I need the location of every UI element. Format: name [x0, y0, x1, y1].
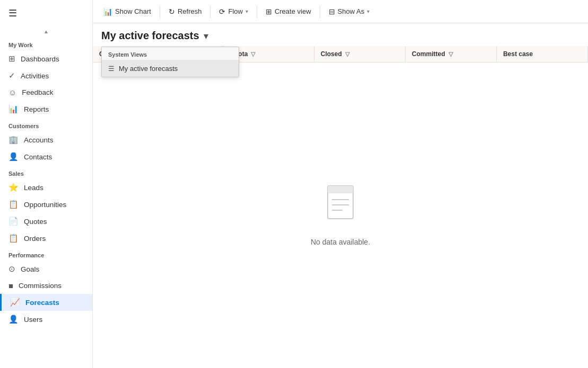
sidebar-label-users: Users [24, 316, 42, 324]
create-view-label: Create view [275, 7, 311, 15]
table-area: Owner ▽ Quota ▽ Closed ▽ Committed ▽ Bes… [93, 42, 588, 368]
show-as-icon: ⊟ [329, 7, 335, 16]
section-label-my-work: My Work [0, 37, 92, 50]
sidebar-item-feedback[interactable]: ☺ Feedback [0, 84, 92, 101]
empty-state-icon [323, 185, 357, 229]
sidebar-label-forecasts: Forecasts [25, 299, 59, 307]
show-as-label: Show As [338, 7, 365, 15]
accounts-icon: 🏢 [8, 135, 19, 145]
sidebar-item-goals[interactable]: ⊙ Goals [0, 261, 92, 277]
empty-state-text: No data available. [311, 238, 370, 246]
sidebar-item-reports[interactable]: 📊 Reports [0, 101, 92, 118]
create-view-button[interactable]: ⊞ Create view [260, 5, 317, 19]
flow-button[interactable]: ⟳ Flow ▾ [214, 5, 253, 19]
section-label-performance: Performance [0, 247, 92, 261]
hamburger-menu[interactable]: ☰ [0, 0, 92, 26]
sidebar-label-goals: Goals [21, 265, 39, 273]
quotes-icon: 📄 [8, 217, 19, 226]
sidebar-label-quotes: Quotes [24, 218, 47, 226]
sidebar-label-reports: Reports [24, 105, 49, 113]
quota-filter-icon[interactable]: ▽ [251, 51, 255, 58]
closed-filter-icon[interactable]: ▽ [345, 51, 349, 58]
sidebar-label-accounts: Accounts [24, 136, 54, 144]
column-committed: Committed ▽ [406, 46, 497, 62]
sidebar-item-contacts[interactable]: 👤 Contacts [0, 148, 92, 165]
sidebar-item-users[interactable]: 👤 Users [0, 311, 92, 328]
leads-icon: ⭐ [8, 183, 19, 192]
dropdown-section-label: System Views [102, 47, 239, 60]
column-closed-label: Closed [321, 50, 342, 58]
show-chart-button[interactable]: 📊 Show Chart [98, 5, 156, 19]
opportunities-icon: 📋 [8, 200, 19, 209]
show-as-button[interactable]: ⊟ Show As ▾ [323, 5, 375, 19]
sidebar-item-orders[interactable]: 📋 Orders [0, 230, 92, 247]
commissions-icon: ■ [8, 281, 13, 290]
section-label-sales: Sales [0, 165, 92, 179]
sidebar-item-opportunities[interactable]: 📋 Opportunities [0, 196, 92, 213]
goals-icon: ⊙ [8, 264, 15, 274]
create-view-icon: ⊞ [266, 7, 272, 16]
sidebar-item-dashboards[interactable]: ⊞ Dashboards [0, 50, 92, 67]
svg-rect-1 [328, 186, 353, 193]
empty-state: No data available. [93, 62, 588, 368]
scroll-up-indicator: ▲ [0, 26, 92, 37]
reports-icon: 📊 [8, 104, 19, 114]
users-icon: 👤 [8, 315, 19, 324]
column-best-case-label: Best case [503, 50, 533, 58]
forecasts-icon: 📈 [10, 298, 20, 307]
refresh-icon: ↻ [169, 7, 175, 16]
feedback-icon: ☺ [8, 88, 16, 97]
sidebar-label-dashboards: Dashboards [21, 55, 59, 63]
show-chart-label: Show Chart [115, 7, 151, 15]
sidebar-label-feedback: Feedback [22, 88, 53, 96]
sidebar-label-activities: Activities [21, 72, 49, 80]
flow-label: Flow [228, 7, 242, 15]
toolbar: 📊 Show Chart ↻ Refresh ⟳ Flow ▾ ⊞ Create… [93, 0, 588, 23]
sidebar-item-leads[interactable]: ⭐ Leads [0, 179, 92, 196]
toolbar-sep-2 [210, 5, 210, 18]
sidebar-item-quotes[interactable]: 📄 Quotes [0, 213, 92, 230]
column-best-case: Best case [497, 46, 588, 62]
sidebar-label-contacts: Contacts [24, 153, 52, 161]
toolbar-sep-4 [320, 5, 320, 18]
page-title-dropdown-container: My active forecasts ▾ System Views ☰ My … [101, 30, 208, 42]
toolbar-sep-3 [257, 5, 257, 18]
sidebar-item-activities[interactable]: ✓ Activities [0, 67, 92, 84]
column-committed-label: Committed [412, 50, 445, 58]
page-header: My active forecasts ▾ System Views ☰ My … [93, 23, 588, 42]
sidebar-label-leads: Leads [24, 184, 43, 192]
page-title-chevron-icon: ▾ [204, 30, 208, 42]
view-dropdown-menu: System Views ☰ My active forecasts [101, 47, 239, 77]
main-content: 📊 Show Chart ↻ Refresh ⟳ Flow ▾ ⊞ Create… [93, 0, 588, 368]
page-title: My active forecasts [101, 30, 199, 42]
dropdown-item-my-active-forecasts[interactable]: ☰ My active forecasts [102, 60, 239, 77]
flow-chevron-icon: ▾ [245, 8, 248, 14]
sidebar: ☰ ▲ My Work ⊞ Dashboards ✓ Activities ☺ … [0, 0, 93, 368]
column-closed: Closed ▽ [314, 46, 406, 62]
committed-filter-icon[interactable]: ▽ [449, 51, 453, 58]
sidebar-item-accounts[interactable]: 🏢 Accounts [0, 131, 92, 148]
refresh-label: Refresh [178, 7, 202, 15]
contacts-icon: 👤 [8, 152, 19, 161]
section-label-customers: Customers [0, 118, 92, 131]
dashboards-icon: ⊞ [8, 54, 15, 64]
show-as-chevron-icon: ▾ [367, 8, 370, 14]
toolbar-sep-1 [160, 5, 160, 18]
refresh-button[interactable]: ↻ Refresh [163, 5, 207, 19]
orders-icon: 📋 [8, 234, 19, 243]
sidebar-label-opportunities: Opportunities [24, 201, 66, 209]
dropdown-item-icon: ☰ [108, 65, 115, 73]
sidebar-label-orders: Orders [24, 235, 46, 243]
page-title-trigger[interactable]: My active forecasts ▾ [101, 30, 208, 42]
flow-icon: ⟳ [219, 7, 225, 16]
activities-icon: ✓ [8, 71, 15, 80]
sidebar-label-commissions: Commissions [19, 282, 62, 290]
dropdown-item-label: My active forecasts [119, 65, 178, 73]
sidebar-item-forecasts[interactable]: 📈 Forecasts [0, 294, 92, 311]
show-chart-icon: 📊 [103, 7, 112, 16]
sidebar-item-commissions[interactable]: ■ Commissions [0, 277, 92, 294]
